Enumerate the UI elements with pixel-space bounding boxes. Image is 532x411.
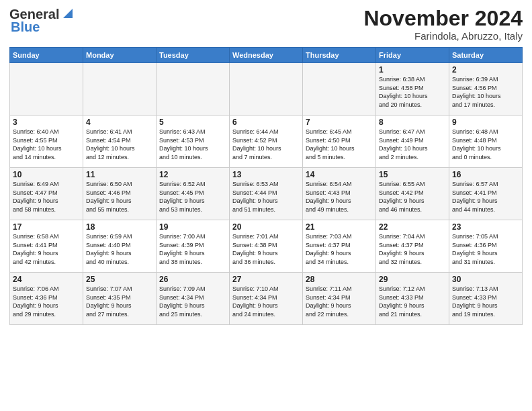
day-number: 21 — [306, 222, 373, 232]
day-number: 6 — [232, 118, 300, 127]
calendar-cell: 14Sunrise: 6:54 AM Sunset: 4:43 PM Dayli… — [303, 168, 376, 220]
day-number: 23 — [452, 222, 519, 232]
calendar-cell: 23Sunrise: 7:05 AM Sunset: 4:36 PM Dayli… — [449, 220, 523, 273]
day-info: Sunrise: 7:13 AM Sunset: 4:33 PM Dayligh… — [452, 285, 519, 318]
week-row-2: 3Sunrise: 6:40 AM Sunset: 4:55 PM Daylig… — [10, 116, 523, 168]
day-number: 14 — [306, 170, 373, 179]
day-number: 12 — [159, 170, 226, 179]
day-number: 10 — [13, 170, 80, 179]
day-info: Sunrise: 7:00 AM Sunset: 4:39 PM Dayligh… — [159, 232, 226, 266]
day-number: 7 — [306, 118, 373, 127]
day-number: 2 — [452, 65, 519, 75]
day-info: Sunrise: 7:05 AM Sunset: 4:36 PM Dayligh… — [452, 232, 519, 266]
calendar-cell: 13Sunrise: 6:53 AM Sunset: 4:44 PM Dayli… — [230, 168, 303, 220]
calendar-cell: 28Sunrise: 7:11 AM Sunset: 4:34 PM Dayli… — [303, 273, 376, 325]
day-number: 13 — [232, 170, 300, 179]
calendar-cell — [10, 63, 83, 116]
calendar-cell: 17Sunrise: 6:58 AM Sunset: 4:41 PM Dayli… — [10, 220, 83, 273]
day-info: Sunrise: 6:52 AM Sunset: 4:45 PM Dayligh… — [159, 180, 226, 214]
calendar-cell: 4Sunrise: 6:41 AM Sunset: 4:54 PM Daylig… — [83, 116, 157, 168]
calendar-cell: 8Sunrise: 6:47 AM Sunset: 4:49 PM Daylig… — [376, 116, 449, 168]
day-number: 4 — [86, 118, 153, 127]
day-header-saturday: Saturday — [449, 48, 523, 63]
day-number: 26 — [159, 275, 226, 284]
day-number: 19 — [159, 222, 226, 232]
location: Farindola, Abruzzo, Italy — [363, 30, 523, 42]
day-info: Sunrise: 6:49 AM Sunset: 4:47 PM Dayligh… — [13, 180, 80, 214]
calendar-cell: 30Sunrise: 7:13 AM Sunset: 4:33 PM Dayli… — [449, 273, 523, 325]
calendar-cell: 5Sunrise: 6:43 AM Sunset: 4:53 PM Daylig… — [157, 116, 230, 168]
day-info: Sunrise: 6:57 AM Sunset: 4:41 PM Dayligh… — [452, 180, 519, 214]
calendar-cell: 26Sunrise: 7:09 AM Sunset: 4:34 PM Dayli… — [157, 273, 230, 325]
calendar-cell: 3Sunrise: 6:40 AM Sunset: 4:55 PM Daylig… — [10, 116, 83, 168]
day-info: Sunrise: 6:41 AM Sunset: 4:54 PM Dayligh… — [86, 128, 153, 161]
calendar-cell: 16Sunrise: 6:57 AM Sunset: 4:41 PM Dayli… — [449, 168, 523, 220]
logo: General Blue — [9, 7, 73, 35]
day-header-tuesday: Tuesday — [157, 48, 230, 63]
day-number: 22 — [379, 222, 446, 232]
day-info: Sunrise: 7:03 AM Sunset: 4:37 PM Dayligh… — [306, 232, 373, 266]
day-number: 17 — [13, 222, 80, 232]
day-info: Sunrise: 6:55 AM Sunset: 4:42 PM Dayligh… — [379, 180, 446, 214]
page-container: General Blue November 2024 Farindola, Ab… — [0, 0, 532, 330]
header-row: SundayMondayTuesdayWednesdayThursdayFrid… — [10, 48, 523, 63]
calendar-cell: 29Sunrise: 7:12 AM Sunset: 4:33 PM Dayli… — [376, 273, 449, 325]
day-header-sunday: Sunday — [10, 48, 83, 63]
calendar-cell — [83, 63, 157, 116]
day-header-wednesday: Wednesday — [230, 48, 303, 63]
day-number: 8 — [379, 118, 446, 127]
day-info: Sunrise: 6:40 AM Sunset: 4:55 PM Dayligh… — [13, 128, 80, 161]
day-info: Sunrise: 7:01 AM Sunset: 4:38 PM Dayligh… — [232, 232, 300, 266]
day-info: Sunrise: 6:58 AM Sunset: 4:41 PM Dayligh… — [13, 232, 80, 266]
day-number: 16 — [452, 170, 519, 179]
calendar-cell: 15Sunrise: 6:55 AM Sunset: 4:42 PM Dayli… — [376, 168, 449, 220]
day-number: 20 — [232, 222, 300, 232]
week-row-3: 10Sunrise: 6:49 AM Sunset: 4:47 PM Dayli… — [10, 168, 523, 220]
day-number: 11 — [86, 170, 153, 179]
calendar-cell: 9Sunrise: 6:48 AM Sunset: 4:48 PM Daylig… — [449, 116, 523, 168]
day-number: 27 — [232, 275, 300, 284]
week-row-4: 17Sunrise: 6:58 AM Sunset: 4:41 PM Dayli… — [10, 220, 523, 273]
calendar-cell: 21Sunrise: 7:03 AM Sunset: 4:37 PM Dayli… — [303, 220, 376, 273]
calendar-cell: 1Sunrise: 6:38 AM Sunset: 4:58 PM Daylig… — [376, 63, 449, 116]
day-number: 5 — [159, 118, 226, 127]
calendar-cell: 10Sunrise: 6:49 AM Sunset: 4:47 PM Dayli… — [10, 168, 83, 220]
day-header-monday: Monday — [83, 48, 157, 63]
day-number: 3 — [13, 118, 80, 127]
day-info: Sunrise: 6:38 AM Sunset: 4:58 PM Dayligh… — [379, 75, 446, 109]
day-number: 9 — [452, 118, 519, 127]
svg-marker-0 — [63, 9, 73, 18]
day-info: Sunrise: 7:12 AM Sunset: 4:33 PM Dayligh… — [379, 285, 446, 318]
day-info: Sunrise: 7:10 AM Sunset: 4:34 PM Dayligh… — [232, 285, 300, 318]
week-row-1: 1Sunrise: 6:38 AM Sunset: 4:58 PM Daylig… — [10, 63, 523, 116]
day-info: Sunrise: 6:54 AM Sunset: 4:43 PM Dayligh… — [306, 180, 373, 214]
day-number: 30 — [452, 275, 519, 284]
day-number: 15 — [379, 170, 446, 179]
day-number: 28 — [306, 275, 373, 284]
calendar-cell: 27Sunrise: 7:10 AM Sunset: 4:34 PM Dayli… — [230, 273, 303, 325]
calendar-cell — [303, 63, 376, 116]
calendar-cell: 24Sunrise: 7:06 AM Sunset: 4:36 PM Dayli… — [10, 273, 83, 325]
calendar-cell: 2Sunrise: 6:39 AM Sunset: 4:56 PM Daylig… — [449, 63, 523, 116]
title-area: November 2024 Farindola, Abruzzo, Italy — [363, 7, 523, 42]
day-info: Sunrise: 7:06 AM Sunset: 4:36 PM Dayligh… — [13, 285, 80, 318]
day-header-thursday: Thursday — [303, 48, 376, 63]
calendar-table: SundayMondayTuesdayWednesdayThursdayFrid… — [9, 47, 523, 325]
day-info: Sunrise: 6:59 AM Sunset: 4:40 PM Dayligh… — [86, 232, 153, 266]
day-info: Sunrise: 6:44 AM Sunset: 4:52 PM Dayligh… — [232, 128, 300, 161]
calendar-cell: 22Sunrise: 7:04 AM Sunset: 4:37 PM Dayli… — [376, 220, 449, 273]
calendar-cell — [230, 63, 303, 116]
week-row-5: 24Sunrise: 7:06 AM Sunset: 4:36 PM Dayli… — [10, 273, 523, 325]
day-number: 18 — [86, 222, 153, 232]
calendar-cell: 6Sunrise: 6:44 AM Sunset: 4:52 PM Daylig… — [230, 116, 303, 168]
day-info: Sunrise: 6:50 AM Sunset: 4:46 PM Dayligh… — [86, 180, 153, 214]
day-info: Sunrise: 6:45 AM Sunset: 4:50 PM Dayligh… — [306, 128, 373, 161]
calendar-cell: 18Sunrise: 6:59 AM Sunset: 4:40 PM Dayli… — [83, 220, 157, 273]
day-info: Sunrise: 6:53 AM Sunset: 4:44 PM Dayligh… — [232, 180, 300, 214]
day-info: Sunrise: 7:11 AM Sunset: 4:34 PM Dayligh… — [306, 285, 373, 318]
day-info: Sunrise: 6:47 AM Sunset: 4:49 PM Dayligh… — [379, 128, 446, 161]
logo-blue: Blue — [11, 19, 40, 34]
day-header-friday: Friday — [376, 48, 449, 63]
calendar-cell: 11Sunrise: 6:50 AM Sunset: 4:46 PM Dayli… — [83, 168, 157, 220]
logo-icon — [60, 7, 73, 19]
